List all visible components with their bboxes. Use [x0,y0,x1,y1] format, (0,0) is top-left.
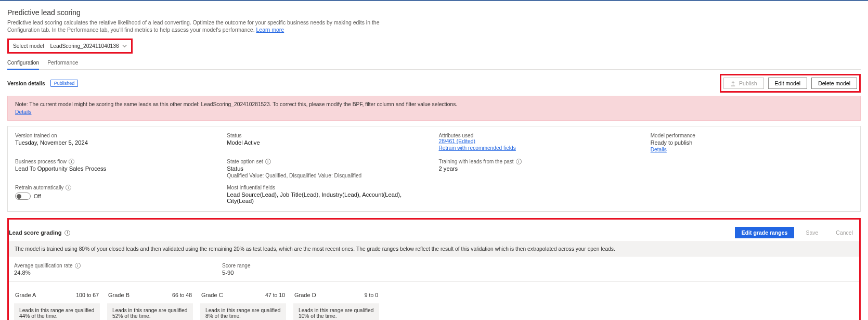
grade-range: 66 to 48 [172,292,192,298]
field-retrain-auto: Retrain automaticallyi Off [15,185,217,204]
info-icon[interactable]: i [69,159,74,164]
info-icon[interactable]: i [64,230,70,236]
grade-qualification-text: Leads in this range are qualified 10% of… [299,308,374,319]
grade-name: Grade D [294,292,316,298]
edit-model-button[interactable]: Edit model [768,78,808,89]
delete-model-button[interactable]: Delete model [811,78,857,89]
model-summary-card: Version trained on Tuesday, November 5, … [7,126,861,212]
performance-details-link[interactable]: Details [651,147,667,152]
grade-card: Grade B66 to 48Leads in this range are q… [107,289,193,320]
score-range-value: 5-90 [222,270,858,276]
grade-qualification-text: Leads in this range are qualified 8% of … [205,308,281,319]
attributes-value-link[interactable]: 28/461 (Edited) [439,138,475,144]
info-icon[interactable]: i [66,185,71,190]
grade-qualification-text: Leads in this range are qualified 44% of… [19,308,95,319]
subtitle-text: Predictive lead scoring calculates the r… [7,19,380,33]
warning-text: Note: The current model might be scoring… [15,101,853,107]
version-details-label: Version details [7,81,45,86]
retrain-toggle[interactable] [15,193,31,200]
field-bpf: Business process flowi Lead To Opportuni… [15,159,217,178]
grade-name: Grade C [201,292,223,298]
avg-qual-value: 24.8% [14,270,212,276]
grade-qualification-text: Leads in this range are qualified 52% of… [112,308,188,319]
field-state-option-set: State option seti Status Qualified Value… [227,159,429,178]
cancel-grades-button: Cancel [830,227,859,238]
model-dropdown-value: LeadScoring_202411040136 [50,43,119,49]
page-title: Predictive lead scoring [7,8,861,17]
grade-card: Grade C47 to 10Leads in this range are q… [200,289,286,320]
field-status: Status Model Active [227,133,429,152]
learn-more-link[interactable]: Learn more [256,27,284,33]
duplicate-scoring-warning: Note: The current model might be scoring… [7,96,861,121]
grading-section-title: Lead score grading [9,229,61,236]
publish-button-label: Publish [739,80,757,86]
score-range-label: Score range [222,263,858,268]
save-grades-button: Save [799,227,824,238]
page-subtitle: Predictive lead scoring calculates the r… [7,19,392,33]
grade-range: 100 to 67 [76,292,99,298]
select-model-label: Select model [13,43,44,49]
model-dropdown[interactable]: LeadScoring_202411040136 [50,43,127,49]
grade-range: 47 to 10 [265,292,285,298]
retrain-toggle-state: Off [34,194,41,199]
field-trained-on: Version trained on Tuesday, November 5, … [15,133,217,152]
field-influential: Most influential fields Lead Source(Lead… [227,185,429,204]
grading-info-bar: The model is trained using 80% of your c… [9,241,859,257]
info-icon[interactable]: i [75,263,81,268]
field-attributes-used: Attributes used 28/461 (Edited) Retrain … [439,133,641,152]
model-action-buttons: Publish Edit model Delete model [720,74,861,93]
grade-cards: Grade A100 to 67Leads in this range are … [9,281,859,320]
tabs: Configuration Performance [7,58,861,70]
publish-icon [730,81,736,86]
avg-qual-label: Average qualification rate [14,263,73,268]
grade-range: 9 to 0 [365,292,378,298]
grade-card: Grade D9 to 0Leads in this range are qua… [293,289,379,320]
chevron-down-icon [122,44,127,48]
field-model-performance: Model performance Ready to publish Detai… [651,133,853,152]
select-model-group: Select model LeadScoring_202411040136 [7,39,133,54]
warning-details-link[interactable]: Details [15,109,31,115]
field-training-past: Training with leads from the pasti 2 yea… [439,159,641,178]
info-icon[interactable]: i [265,159,271,164]
publish-button: Publish [723,78,763,89]
tab-performance[interactable]: Performance [47,58,78,69]
edit-grade-ranges-button[interactable]: Edit grade ranges [735,227,795,238]
grade-card: Grade A100 to 67Leads in this range are … [14,289,100,320]
retrain-recommended-link[interactable]: Retrain with recommended fields [439,145,516,151]
grade-name: Grade B [108,292,129,298]
grade-name: Grade A [15,292,36,298]
published-badge: Published [50,80,79,87]
tab-configuration[interactable]: Configuration [7,58,39,70]
info-icon[interactable]: i [516,159,522,164]
